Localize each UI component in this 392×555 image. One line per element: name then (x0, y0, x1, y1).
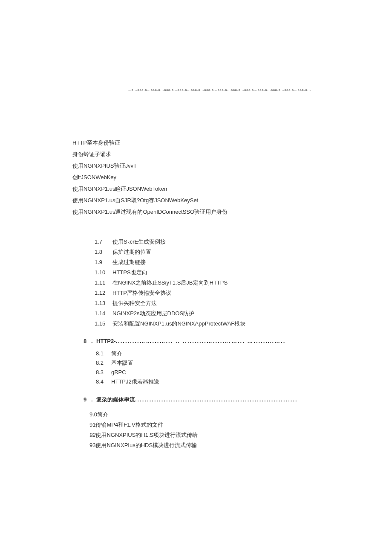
toc-num: 91 (89, 421, 95, 428)
toc-text: 保护过期的位置 (112, 247, 151, 257)
toc-num: 1.15 (95, 319, 112, 329)
section-title: HTTP2- (96, 338, 116, 344)
toc-num: 1.13 (95, 298, 112, 308)
toc-row: 8.2基本鼷置 (96, 358, 159, 368)
toc-text: 使用NGINXPIus的HDS模决进行流式传输 (95, 442, 197, 448)
toc-row: 1.9生成过期链接 (95, 257, 245, 267)
toc-row: 91传输MP4和F1.V格式的文件 (89, 420, 198, 430)
toc-num: 8.1 (96, 349, 111, 358)
toc-num: 1.7 (95, 237, 112, 247)
dotted-header-line: ...a...aaa.a...aaa.a...aaa.a...aaa.a...a… (128, 88, 349, 91)
toc-num: 8.3 (96, 368, 111, 377)
toc-text: gRPC (111, 368, 126, 377)
toc-text: 简介 (111, 349, 122, 358)
toc-num: 8.2 (96, 358, 111, 368)
toc-num: 1.12 (95, 288, 112, 298)
toc-text: 基本鼷置 (111, 358, 133, 368)
toc-row: 9.0简介 (89, 410, 198, 420)
block1-item: 使用NGINXP1.us睑证JSONWebToken (72, 183, 228, 195)
toc-text: 生成过期链接 (112, 257, 146, 267)
section-9-sublist: 9.0简介 91传输MP4和F1.V格式的文件 92使用NGNXPIUS的H1.… (89, 410, 198, 450)
block1-list: HTTP至本身份验证 身份蛉证子诵求 使用NGINXPIUS验证JvvT 创it… (72, 137, 228, 218)
toc-row: 1.14NGINXP2s动态应用层DDOS防护 (95, 308, 245, 319)
toc-row: 92使用NGNXPIUS的H1.S项块进行流式传给 (89, 430, 198, 440)
toc-row: 1.11在NGINX之前终止SSiyT1.S后JB定向到HTTPS (95, 278, 245, 288)
block1-item: HTTP至本身份验证 (72, 137, 228, 148)
toc-row: 1.13提供买种安全方法 (95, 298, 245, 308)
toc-num: 9.0 (89, 411, 97, 418)
toc-text: NGINXP2s动态应用层DDOS防护 (112, 308, 194, 319)
leader-dots: ..........……...…... .. ..........…....….… (116, 338, 307, 344)
toc-text: 使用SₓcrE生成安例接 (112, 237, 166, 247)
toc-text: 简介 (97, 411, 108, 418)
toc-num: 1.8 (95, 247, 112, 257)
toc-row: 8.3gRPC (96, 368, 159, 377)
section-8-sublist: 8.1简介 8.2基本鼷置 8.3gRPC 8.4HTTPJ2俄若器推送 (96, 349, 159, 386)
section-dot: . (91, 396, 96, 403)
toc-num: 8.4 (96, 377, 111, 386)
section-9-header: 9 . 复杂的媒体串流 ............................… (84, 396, 298, 404)
block1-item: 使用NGINXP1.us自SJR取?Otg存JSONWebKeySet (72, 195, 228, 206)
section-title: 复杂的媒体串流 (96, 396, 135, 404)
toc-text: 在NGINX之前终止SSiyT1.S后JB定向到HTTPS (112, 278, 228, 288)
section-dot: . (91, 338, 96, 344)
toc-text: 安装和配置NGINXP1.us的NGINXAppProtectWAF根块 (112, 319, 245, 329)
toc-num: 1.11 (95, 278, 112, 288)
block2-list: 1.7使用SₓcrE生成安例接 1.8保护过期的位置 1.9生成过期链接 1.1… (95, 237, 245, 329)
toc-num: 1.9 (95, 257, 112, 267)
toc-text: 提供买种安全方法 (112, 298, 157, 308)
toc-num: 1.10 (95, 267, 112, 278)
toc-row: 93使用NGINXPIus的HDS模决进行流式传输 (89, 440, 198, 450)
toc-text: 传输MP4和F1.V格式的文件 (95, 421, 163, 428)
section-number: 8 (84, 338, 91, 344)
toc-row: 1.15安装和配置NGINXP1.us的NGINXAppProtectWAF根块 (95, 319, 245, 329)
toc-row: 8.1简介 (96, 349, 159, 358)
toc-text: HTTPS也定向 (112, 267, 147, 278)
section-number: 9 (84, 396, 91, 403)
toc-row: 8.4HTTPJ2俄若器推送 (96, 377, 159, 386)
toc-row: 1.7使用SₓcrE生成安例接 (95, 237, 245, 247)
block1-item: 使用NGINXP1.us通过现有的OpenIDConnectSSO验证用户身份 (72, 206, 228, 218)
toc-text: HTTP严格传输安全协议 (112, 288, 171, 298)
block1-item: 创itJSONWebKey (72, 172, 228, 183)
toc-text: 使用NGNXPIUS的H1.S项块进行流式传给 (95, 432, 198, 438)
block1-item: 使用NGINXPIUS验证JvvT (72, 160, 228, 171)
toc-text: HTTPJ2俄若器推送 (111, 377, 159, 386)
block1-item: 身份蛉证子诵求 (72, 149, 228, 160)
toc-row: 1.10HTTPS也定向 (95, 267, 245, 278)
section-8-header: 8 . HTTP2- ..........……...…... .. ......… (84, 338, 307, 344)
toc-num: 1.14 (95, 308, 112, 319)
toc-num: 93 (89, 442, 95, 448)
leader-dots: ........................................… (135, 396, 298, 403)
toc-row: 1.8保护过期的位置 (95, 247, 245, 257)
toc-row: 1.12HTTP严格传输安全协议 (95, 288, 245, 298)
toc-num: 92 (89, 432, 95, 438)
